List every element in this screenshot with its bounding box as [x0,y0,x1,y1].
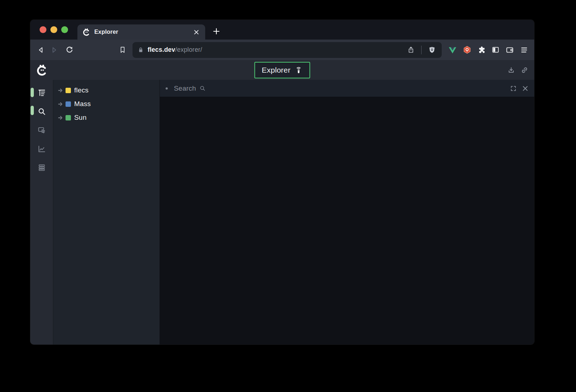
explorer-header: Explorer [30,60,534,80]
explorer-title: Explorer [262,66,291,74]
browser-window: Explorer [30,20,534,345]
tool-sidebar [30,80,53,345]
entity-color-swatch [66,115,71,120]
expand-arrow-icon[interactable] [58,115,64,121]
tab-favicon-flecs-icon [82,28,90,36]
tree-item-label: flecs [74,86,89,94]
traffic-lights [40,20,68,40]
minimize-window-button[interactable] [50,26,57,33]
close-panel-icon[interactable] [522,85,528,92]
close-tab-icon[interactable] [192,27,201,37]
inspect-select-icon[interactable] [37,125,47,135]
explorer-title-badge[interactable]: Explorer [255,62,310,78]
forward-icon[interactable] [48,44,60,56]
hexagon-extension-icon[interactable] [463,45,472,54]
tree-item-flecs[interactable]: flecs [53,83,159,97]
remote-connection-icon [295,66,303,74]
share-icon[interactable] [405,44,417,56]
url-path: /explorer/ [175,46,202,53]
wallet-icon[interactable] [505,46,514,54]
tree-active-indicator [31,88,34,97]
tree-item-mass[interactable]: Mass [53,97,159,111]
entity-tree-panel: flecs Mass Sun [53,80,160,345]
new-tab-icon[interactable] [211,26,222,37]
search-active-indicator [31,106,34,115]
query-results-area[interactable] [160,97,534,345]
url-domain: flecs.dev [148,46,175,53]
browser-tab[interactable]: Explorer [77,24,205,40]
back-icon[interactable] [35,44,48,56]
search-icon [199,85,206,92]
extensions-puzzle-icon[interactable] [477,46,486,54]
query-panel: Search [160,80,534,345]
fullscreen-icon[interactable] [510,85,517,92]
flecs-logo-icon[interactable] [36,64,48,76]
close-window-button[interactable] [40,26,46,33]
tree-item-label: Sun [74,114,86,122]
download-icon[interactable] [507,66,515,74]
brave-shield-icon[interactable] [426,44,438,56]
titlebar: Explorer [30,20,534,40]
stats-chart-icon[interactable] [37,144,47,154]
status-dot [166,87,168,90]
sidebar-toggle-icon[interactable] [491,46,500,54]
extensions-area [448,45,528,54]
tab-title: Explorer [94,29,192,35]
lock-icon [138,47,144,53]
zoom-window-button[interactable] [61,26,68,33]
url-text: flecs.dev/explorer/ [148,46,405,54]
bookmark-icon[interactable] [116,44,129,56]
tree-item-label: Mass [74,100,91,108]
menu-icon[interactable] [520,46,528,54]
expand-arrow-icon[interactable] [58,87,64,94]
expand-arrow-icon[interactable] [58,101,64,107]
explorer-body: flecs Mass Sun Search [30,80,534,345]
vue-devtools-icon[interactable] [448,46,457,54]
tables-rows-icon[interactable] [37,163,47,173]
reload-icon[interactable] [63,44,76,56]
header-actions [507,66,528,74]
search-panel-header[interactable]: Search [160,80,534,97]
toolbar-divider [421,46,422,54]
entity-color-swatch [66,88,71,93]
tree-item-sun[interactable]: Sun [53,111,159,124]
search-panel-actions [510,85,528,92]
url-bar[interactable]: flecs.dev/explorer/ [132,42,442,58]
search-placeholder: Search [174,85,196,92]
share-link-icon[interactable] [521,66,528,74]
entity-color-swatch [66,101,71,107]
browser-toolbar: flecs.dev/explorer/ [30,40,534,60]
tree-view-icon[interactable] [37,88,47,98]
query-search-icon[interactable] [37,106,47,117]
